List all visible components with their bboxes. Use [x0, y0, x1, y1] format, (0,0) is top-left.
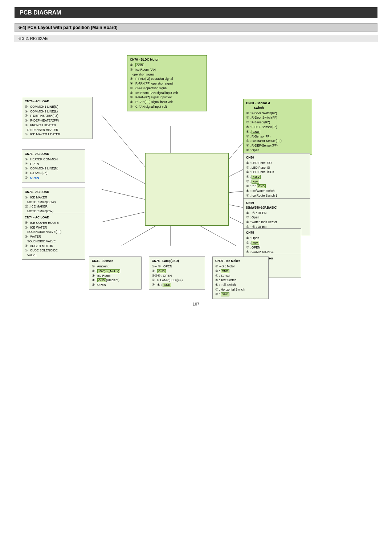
cn90-item3: ③ : GND: [215, 269, 266, 274]
cn73-title: CN73 - AC LOAD: [25, 190, 82, 194]
cn78-title: CN78 - Lamp(LED): [152, 259, 202, 263]
cn76-item8: ⑧ : R-FAN(FF) signal input volt: [130, 100, 204, 104]
cn74-item1b: VALVE: [25, 253, 82, 258]
cn50-item9: ⑨ : Ice Route Switch 1: [246, 193, 307, 198]
cn74-item1: ① : CUBE SOLENOIDE: [25, 248, 82, 253]
cn75-item2: ② : +5V: [246, 241, 298, 245]
cn73-item5b: MOTOR Mold(CCW): [25, 200, 82, 205]
cn70-item3b: DISPENSER HEATER: [25, 128, 90, 132]
cn71-item3: ③ : F-LAMP(FZ): [25, 171, 82, 176]
cn50-item4: ④ : +15V: [246, 175, 307, 179]
cn31-item5: ⑤ : OPEN: [92, 283, 139, 287]
cn75-title: CN75: [246, 230, 298, 235]
cn71-item7: ⑦ : OPEN: [25, 162, 82, 167]
cn30-item2: ② : R-Door Switch(FF): [246, 115, 309, 120]
cn74-item5: ⑤ : WATER: [25, 234, 82, 239]
cn76-item4: ④ : R-FAN(FF) operation signal: [130, 81, 204, 86]
cn76-item5: ⑤ : C-FAN operation signal: [130, 86, 204, 91]
svg-line-0: [102, 115, 149, 171]
cn76-item7: ⑦ : F-FAN(FZ) signal input volt: [130, 95, 204, 100]
cn78-item5b: ⑤ : R LAMP(LED)(FF): [152, 278, 202, 283]
cn71-box: CN71 - AC LOAD ⑨ : HEATER COMMON ⑦ : OPE…: [22, 149, 85, 182]
sub-header: 6-3-2. RF26XAE: [15, 35, 377, 42]
cn74-box: CN74 - AC LOAD ⑨ : ICE COVER ROUTE ⑦ : I…: [22, 213, 85, 260]
cn70-item7: ⑦ : F-DEF-HEATER(FZ): [25, 114, 90, 118]
cn31-item2: ② : +5V(Ice_Maker): [92, 269, 139, 274]
cn30-item7: ⑦ : Ice Maker Sensor(FF): [246, 139, 309, 143]
cn76-item3: ③ : F-FAN(FZ) operation signal: [130, 77, 204, 81]
cn75-item1: ① : Open: [246, 236, 298, 241]
cn90-item4: ④ : Sensor: [215, 274, 266, 278]
cn70-item5: ⑤ : R-DEF-HEATER(FF): [25, 118, 90, 123]
cn74-item7: ⑦ : ICE WATER: [25, 225, 82, 230]
cn76-title: CN76 - BLDC Motor: [130, 57, 204, 62]
cn30-item4: ④ : F-DEF-Sensor(FZ): [246, 125, 309, 130]
cn74-item3: ③ : AUGER MOTOR: [25, 244, 82, 249]
cn30-item1: ① : F-Door Switch(FZ): [246, 111, 309, 116]
cn76-item2: ② : Ice Room-FAN: [130, 67, 204, 72]
svg-rect-10: [145, 153, 229, 226]
cn76-item2b: operation signal: [130, 72, 204, 77]
cn90-item8: ⑧ : GND: [215, 292, 266, 297]
cn71-item1: ① : OPEN: [25, 176, 82, 180]
cn76-item9: ⑨ : C-FAN signal input volt: [130, 104, 204, 109]
cn30-item3: ③ : F-Sensor(FZ): [246, 120, 309, 125]
page-number: 107: [15, 302, 377, 306]
cn71-item5: ⑤ : COMMON1 LINE(N): [25, 166, 82, 171]
cn78-item456: ④⑤⑥ : OPEN: [152, 274, 202, 278]
cn30-item6: ⑥ : R-Sensor(FF): [246, 134, 309, 139]
svg-line-1: [102, 160, 149, 186]
cn78-item3: ③ : GND: [152, 269, 202, 274]
cn90-item1-3: ①～③ : Motor: [215, 264, 266, 269]
cn70-item3: ③ : FRENCH HEATER: [25, 123, 90, 128]
cn74-item7b: SOLENOIDE VALVE(FF): [25, 230, 82, 234]
cn70-item1: ① : ICE MAKER HEATER: [25, 132, 90, 137]
cn74-title: CN74 - AC LOAD: [25, 215, 82, 220]
cn50-title: CN50: [246, 155, 307, 160]
cn74-item9: ⑨ : ICE COVER ROUTE: [25, 221, 82, 225]
cn90-title: CN90 - Ice Maker: [215, 259, 266, 263]
cn90-box: CN90 - Ice Maker ①～③ : Motor ③ : GND ④ :…: [212, 257, 269, 299]
page-title: PCB DIAGRAM: [15, 7, 377, 18]
cn50-item1: ① : LED Panel SO: [246, 161, 307, 165]
cn79-item1-4: ①～④ : OPEN: [246, 211, 307, 216]
cn75-item3: ③ : OPEN: [246, 245, 298, 250]
cn50-item3: ③ : LED Panel /SCK: [246, 170, 307, 175]
cn30-item9: ⑨ : Open: [246, 148, 309, 153]
cn31-box: CN31 - Sensor ① : Ambient ② : +5V(Ice_Ma…: [89, 257, 142, 290]
cn31-item1: ① : Ambient: [92, 264, 139, 269]
cn78-item1-2: ①～② : OPEN: [152, 264, 202, 269]
svg-line-2: [102, 189, 149, 200]
cn50-item8: ⑧ : Ice/Water Switch: [246, 189, 307, 193]
cn31-item4: ④ : GND(Ambient): [92, 278, 139, 283]
cn50-item2: ② : LED Panel SI: [246, 165, 307, 170]
cn73-item11: ⑪ : ICE MAKER: [25, 204, 82, 209]
cn71-title: CN71 - AC LOAD: [25, 152, 82, 156]
cn75-box: CN75 ① : Open ② : +5V ③ : OPEN ④ : COMP.…: [243, 228, 301, 257]
cn70-item10: ⑩ : COMMON1 LINE(N): [25, 104, 90, 109]
cn50-item6: ⑥ : ⑦ : GND: [246, 184, 307, 189]
cn79-title: CN79(SMW250-10P,BASIC): [246, 201, 307, 210]
svg-line-11: [122, 226, 156, 246]
cn71-item9: ⑨ : HEATER COMMON: [25, 157, 82, 162]
page: PCB DIAGRAM 6-4) PCB Layout with part po…: [0, 0, 392, 313]
cn78-item7-8: ⑦ : ⑧ : GND: [152, 283, 202, 287]
cn90-item7: ⑦ : Horizontal Switch: [215, 287, 266, 292]
cn31-item3: ③ : Ice Room: [92, 274, 139, 278]
cn30-box: CN30 - Sensor & Switch ① : F-Door Switch…: [243, 99, 312, 155]
cn30-item5: ⑤ : GND: [246, 130, 309, 134]
cn76-item1: ① : GND: [130, 63, 204, 67]
svg-line-3: [102, 211, 149, 222]
cn74-item5b: SOLENOIDE VALVE: [25, 239, 82, 244]
cn76-box: CN76 - BLDC Motor ① : GND ② : Ice Room-F…: [127, 55, 207, 111]
cn30-title: CN30 - Sensor & Switch: [246, 101, 309, 110]
svg-line-13: [200, 226, 236, 246]
section-header: 6-4) PCB Layout with part position (Main…: [15, 23, 377, 32]
cn90-item5: ⑤ : Test Switch: [215, 278, 266, 283]
cn70-box: CN70 - AC LOAD ⑩ : COMMON1 LINE(N) ⑨ : C…: [22, 97, 93, 139]
cn70-item9: ⑨ : COMMON2 LINE(L): [25, 109, 90, 114]
cn30-item8: ⑧ : R-DEF-Sensor(FF): [246, 143, 309, 148]
cn79-item6: ⑥ : Water Tank Heater: [246, 220, 307, 225]
cn50-item5: ⑤ : +5V: [246, 179, 307, 184]
cn70-title: CN70 - AC LOAD: [25, 99, 90, 104]
